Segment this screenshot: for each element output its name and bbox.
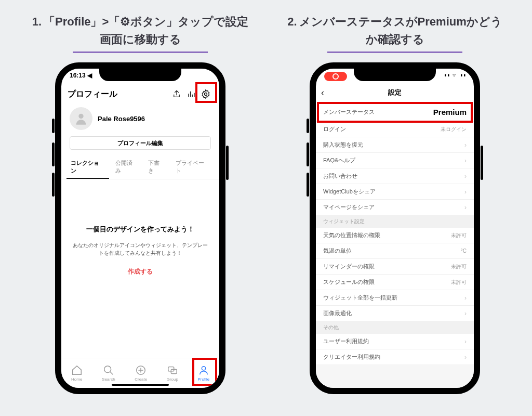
phone2-status-icons: ▮▮ ᯤ ▮▮ — [444, 72, 467, 78]
phone2-notch — [354, 68, 436, 81]
row-reminder[interactable]: リマインダーの権限 未許可 — [316, 259, 474, 275]
row-image-opt[interactable]: 画像最適化 › — [316, 306, 474, 321]
empty-sub: あなたのオリジナルアイコンやウィジェット、テンプレートを作成してみんなと共有しよ… — [72, 241, 209, 257]
row-contact[interactable]: お問い合わせ › — [316, 168, 474, 184]
tabbar-group[interactable]: Group — [167, 365, 178, 382]
tabbar-create[interactable]: Create — [135, 365, 147, 382]
empty-heading: 一個目のデザインを作ってみよう！ — [72, 225, 209, 234]
row-user-terms[interactable]: ユーザー利用規約 › — [316, 334, 474, 349]
refresh-all-label: ウィジェット全部を一括更新 — [323, 294, 461, 302]
svg-point-2 — [104, 366, 111, 373]
phone2-side-power — [481, 146, 483, 180]
tabbar-search[interactable]: Search — [102, 365, 115, 382]
chevron-right-icon: › — [464, 354, 467, 361]
image-opt-label: 画像最適化 — [323, 309, 461, 317]
chevron-right-icon: › — [464, 338, 467, 345]
phone1-side-voldown — [52, 173, 55, 197]
weather-loc-label: 天気の位置情報の権限 — [323, 231, 451, 239]
row-login[interactable]: ログイン 未ログイン — [316, 122, 474, 137]
edit-profile-button[interactable]: プロフィール編集 — [70, 136, 211, 150]
phone1-home-indicator — [112, 384, 169, 386]
login-label: ログイン — [323, 125, 441, 133]
back-icon[interactable]: ‹ — [321, 87, 324, 98]
settings-list[interactable]: メンバーステータス Premium ログイン 未ログイン 購入状態を復元 › F… — [316, 103, 474, 388]
tab-published[interactable]: 公開済み — [111, 156, 142, 179]
phone1-side-volup — [52, 142, 55, 166]
user-terms-label: ユーザー利用規約 — [323, 337, 461, 345]
chevron-right-icon: › — [464, 204, 467, 211]
row-restore[interactable]: 購入状態を復元 › — [316, 137, 474, 153]
phone1-notch — [99, 68, 181, 81]
highlight-profile-tab — [192, 358, 217, 386]
phone1-frame: 16:13 ◀ プロフィール Pale Rose9596 プロ — [55, 62, 225, 394]
tab-private[interactable]: プライベート — [171, 156, 214, 179]
phone2-frame: ▮▮ ᯤ ▮▮ ‹ 設定 メンバーステータス Premium ログイン 未ログイ… — [310, 62, 480, 394]
temp-unit-value: °C — [461, 248, 467, 254]
row-refresh-all[interactable]: ウィジェット全部を一括更新 › — [316, 290, 474, 306]
row-faq[interactable]: FAQ&ヘルプ › — [316, 153, 474, 168]
tabbar-home-label: Home — [71, 377, 82, 382]
tabbar-create-label: Create — [135, 377, 147, 382]
highlight-member-status — [317, 102, 473, 123]
recording-indicator — [324, 72, 347, 81]
phone1-tabs: コレクション 公開済み 下書き プライベート — [61, 156, 219, 179]
step2-num: 2. — [287, 15, 297, 28]
step2-text: メンバーステータスがPremiumかどうか確認する — [299, 15, 502, 46]
chevron-right-icon: › — [464, 310, 467, 317]
row-share-wc[interactable]: WidgetClubをシェア › — [316, 184, 474, 200]
step1-underline — [73, 51, 208, 53]
phone2-side-voldown — [307, 173, 309, 197]
highlight-gear — [195, 82, 217, 103]
schedule-label: スケジュールの権限 — [323, 278, 451, 286]
tab-draft[interactable]: 下書き — [144, 156, 169, 179]
phone1-side-mute — [52, 119, 55, 133]
step1-caption: 1.「Profile」>「⚙︎ボタン」タップで設定画面に移動する — [29, 13, 252, 48]
login-value: 未ログイン — [441, 126, 467, 133]
section-widget: ウィジェット設定 — [316, 215, 474, 228]
restore-label: 購入状態を復元 — [323, 141, 461, 149]
tabbar-search-label: Search — [102, 377, 115, 382]
phone2-title: 設定 — [388, 88, 402, 97]
chevron-right-icon: › — [464, 188, 467, 196]
share-wc-label: WidgetClubをシェア — [323, 188, 461, 196]
phone2-header: ‹ 設定 — [316, 84, 474, 101]
step2-caption: 2.メンバーステータスがPremiumかどうか確認する — [283, 13, 507, 48]
chevron-right-icon: › — [464, 141, 467, 149]
tab-collection[interactable]: コレクション — [66, 156, 109, 179]
share-icon[interactable] — [169, 87, 184, 101]
chevron-right-icon: › — [464, 294, 467, 302]
share-mypage-label: マイページをシェア — [323, 203, 461, 211]
phone1-status-time: 16:13 ◀ — [70, 72, 92, 79]
contact-label: お問い合わせ — [323, 172, 461, 180]
phone1-side-power — [226, 146, 229, 180]
row-schedule[interactable]: スケジュールの権限 未許可 — [316, 275, 474, 290]
svg-point-1 — [78, 114, 83, 119]
creator-terms-label: クリエイター利用規約 — [323, 353, 461, 361]
tabbar-home[interactable]: Home — [71, 365, 83, 382]
phone2-side-volup — [307, 142, 309, 166]
phone1-title: プロフィール — [68, 89, 169, 100]
faq-label: FAQ&ヘルプ — [323, 157, 461, 164]
phone2-side-mute — [307, 119, 309, 133]
step1-num: 1. — [32, 15, 42, 28]
schedule-value: 未許可 — [451, 279, 467, 286]
chevron-right-icon: › — [464, 157, 467, 164]
row-temp-unit[interactable]: 気温の単位 °C — [316, 243, 474, 259]
row-weather-loc[interactable]: 天気の位置情報の権限 未許可 — [316, 228, 474, 243]
create-button[interactable]: 作成する — [72, 267, 209, 276]
weather-loc-value: 未許可 — [451, 232, 467, 239]
row-share-mypage[interactable]: マイページをシェア › — [316, 200, 474, 215]
chevron-right-icon: › — [464, 173, 467, 180]
reminder-label: リマインダーの権限 — [323, 263, 451, 270]
avatar[interactable] — [70, 107, 92, 130]
step1-text: 「Profile」>「⚙︎ボタン」タップで設定画面に移動する — [44, 15, 248, 46]
section-other: その他 — [316, 321, 474, 334]
phone1-user-row: Pale Rose9596 — [61, 107, 219, 130]
temp-unit-label: 気温の単位 — [323, 247, 461, 255]
row-creator-terms[interactable]: クリエイター利用規約 › — [316, 349, 474, 365]
phone1-empty-state: 一個目のデザインを作ってみよう！ あなたのオリジナルアイコンやウィジェット、テン… — [61, 225, 219, 276]
username: Pale Rose9596 — [98, 115, 145, 123]
tabbar-group-label: Group — [167, 377, 178, 382]
reminder-value: 未許可 — [451, 263, 467, 270]
step2-underline — [327, 51, 462, 53]
